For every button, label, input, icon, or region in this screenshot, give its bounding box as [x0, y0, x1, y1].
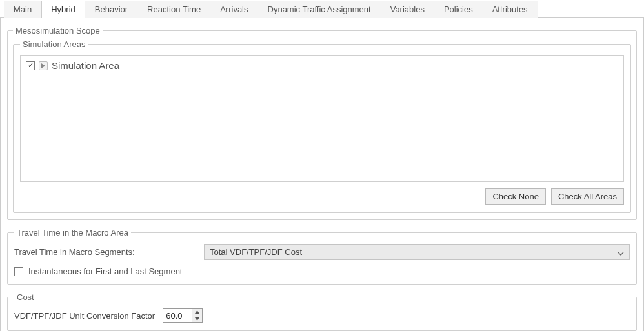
- travel-segments-row: Travel Time in Macro Segments: Total VDF…: [14, 244, 630, 260]
- unit-conversion-label: VDF/TPF/JDF Unit Conversion Factor: [14, 311, 155, 321]
- instantaneous-checkbox[interactable]: [14, 267, 23, 276]
- simulation-area-label: Simulation Area: [52, 60, 119, 71]
- instantaneous-label: Instantaneous for First and Last Segment: [28, 266, 182, 276]
- travel-time-group: Travel Time in the Macro Area Travel Tim…: [7, 228, 637, 285]
- travel-segments-value: Total VDF/TPF/JDF Cost: [210, 247, 302, 257]
- travel-segments-label: Travel Time in Macro Segments:: [14, 247, 196, 257]
- simulation-areas-list: Simulation Area: [20, 55, 624, 182]
- spinner-up-button[interactable]: [192, 309, 202, 316]
- tab-panel-hybrid: Mesosimulation Scope Simulation Areas Si…: [0, 18, 644, 331]
- cost-group: Cost VDF/TPF/JDF Unit Conversion Factor: [7, 292, 637, 331]
- tab-dynamic-traffic-assignment[interactable]: Dynamic Traffic Assignment: [258, 1, 381, 18]
- simulation-areas-legend: Simulation Areas: [20, 39, 88, 49]
- travel-segments-select[interactable]: Total VDF/TPF/JDF Cost: [204, 244, 630, 260]
- tab-hybrid[interactable]: Hybrid: [41, 1, 85, 18]
- unit-conversion-spinner[interactable]: [163, 308, 203, 323]
- check-all-areas-button[interactable]: Check All Areas: [551, 188, 624, 205]
- cost-legend: Cost: [14, 292, 37, 302]
- tab-variables[interactable]: Variables: [381, 1, 434, 18]
- chevron-down-icon: [618, 249, 624, 256]
- tab-attributes[interactable]: Attributes: [483, 1, 538, 18]
- check-none-button[interactable]: Check None: [485, 188, 546, 205]
- tab-arrivals[interactable]: Arrivals: [210, 1, 257, 18]
- simulation-areas-buttons: Check None Check All Areas: [20, 188, 624, 205]
- simulation-area-checkbox[interactable]: [26, 61, 35, 70]
- tab-policies[interactable]: Policies: [434, 1, 483, 18]
- play-icon[interactable]: [39, 61, 48, 70]
- simulation-area-row: Simulation Area: [26, 60, 618, 71]
- travel-time-legend: Travel Time in the Macro Area: [14, 228, 131, 237]
- tab-bar: MainHybridBehaviorReaction TimeArrivalsD…: [0, 0, 644, 18]
- simulation-areas-group: Simulation Areas Simulation Area Check N…: [13, 39, 631, 213]
- tab-behavior[interactable]: Behavior: [85, 1, 137, 18]
- unit-conversion-input[interactable]: [163, 309, 192, 322]
- tab-reaction-time[interactable]: Reaction Time: [137, 1, 210, 18]
- spinner-down-button[interactable]: [192, 316, 202, 323]
- instantaneous-row: Instantaneous for First and Last Segment: [14, 266, 630, 276]
- tab-main[interactable]: Main: [4, 1, 41, 18]
- mesosimulation-scope-legend: Mesosimulation Scope: [13, 26, 103, 35]
- spinner-buttons: [192, 309, 202, 322]
- mesosimulation-scope-group: Mesosimulation Scope Simulation Areas Si…: [7, 26, 637, 220]
